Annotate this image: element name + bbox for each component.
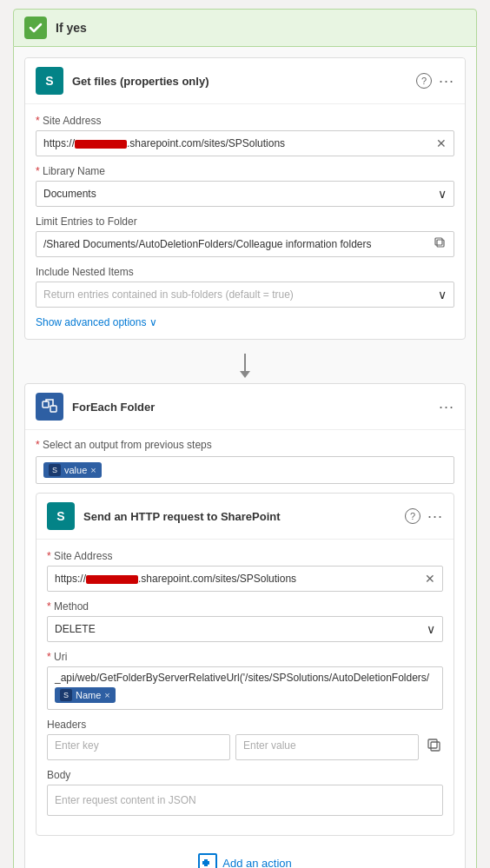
get-files-title: Get files (properties only)	[72, 75, 416, 88]
foreach-folder-card: ForEach Folder ··· * Select an output fr…	[24, 383, 466, 868]
http-headers-copy-icon[interactable]	[427, 739, 443, 757]
svg-rect-0	[437, 240, 444, 247]
http-headers-field: Headers Enter key Enter value	[47, 719, 443, 760]
http-headers-key-input[interactable]: Enter key	[47, 734, 230, 760]
library-name-label: * Library Name	[36, 165, 454, 177]
http-uri-name-tag: S Name ×	[55, 687, 116, 703]
svg-rect-2	[43, 401, 49, 407]
add-action-inner-icon	[198, 853, 217, 868]
arrow-head	[240, 371, 250, 378]
http-site-address-value: https://.sharepoint.com/sites/SPSolution…	[55, 573, 421, 585]
if-yes-body: S Get files (properties only) ? ··· * Si	[13, 47, 477, 868]
http-headers-row: Enter key Enter value	[47, 734, 443, 760]
if-yes-check-icon	[24, 17, 47, 39]
svg-rect-7	[202, 861, 209, 865]
http-site-address-label: * Site Address	[47, 550, 443, 562]
add-action-inner-label: Add an action	[222, 857, 292, 869]
foreach-tag-input[interactable]: S value ×	[36, 456, 454, 484]
site-address-clear-icon[interactable]: ✕	[436, 136, 447, 150]
arrow-connector	[24, 348, 466, 383]
include-nested-dropdown-icon[interactable]: ∨	[438, 288, 447, 301]
foreach-title: ForEach Folder	[72, 401, 439, 414]
svg-rect-5	[428, 739, 437, 748]
http-uri-name-tag-close[interactable]: ×	[104, 690, 109, 700]
limit-entries-input[interactable]: /Shared Documents/AutoDeletionFolders/Co…	[36, 231, 454, 257]
get-files-actions: ? ···	[416, 73, 454, 89]
http-site-address-clear-icon[interactable]: ✕	[425, 572, 435, 586]
http-body-input[interactable]: Enter request content in JSON	[47, 785, 443, 816]
http-method-value: DELETE	[55, 623, 423, 635]
send-http-help-icon[interactable]: ?	[405, 508, 420, 524]
svg-rect-3	[50, 406, 56, 412]
get-files-card-body: * Site Address https://.sharepoint.com/s…	[25, 104, 465, 339]
get-files-dots-button[interactable]: ···	[439, 73, 454, 89]
http-body-placeholder: Enter request content in JSON	[55, 794, 196, 806]
send-http-actions: ? ···	[405, 508, 443, 524]
include-nested-field: Include Nested Items Return entries cont…	[36, 266, 454, 308]
limit-entries-value: /Shared Documents/AutoDeletionFolders/Co…	[43, 238, 431, 250]
get-files-card: S Get files (properties only) ? ··· * Si	[24, 57, 466, 340]
send-http-dots-button[interactable]: ···	[427, 508, 443, 524]
library-name-value: Documents	[43, 188, 434, 200]
foreach-icon	[36, 393, 63, 421]
site-address-input[interactable]: https://.sharepoint.com/sites/SPSolution…	[36, 130, 454, 156]
http-site-address-input[interactable]: https://.sharepoint.com/sites/SPSolution…	[47, 566, 443, 592]
foreach-value-tag-icon: S	[49, 464, 61, 476]
limit-entries-field: Limit Entries to Folder /Shared Document…	[36, 215, 454, 257]
http-method-label: * Method	[47, 600, 443, 613]
site-address-label: * Site Address	[36, 115, 454, 127]
library-name-input[interactable]: Documents ∨	[36, 181, 454, 207]
foreach-body: * Select an output from previous steps S…	[25, 430, 465, 868]
http-uri-label: * Uri	[47, 651, 443, 663]
get-files-icon: S	[36, 67, 63, 95]
send-http-title: Send an HTTP request to SharePoint	[83, 510, 405, 523]
include-nested-placeholder: Return entries contained in sub-folders …	[43, 288, 434, 301]
foreach-dots-button[interactable]: ···	[439, 399, 454, 414]
include-nested-input[interactable]: Return entries contained in sub-folders …	[36, 282, 454, 308]
foreach-header: ForEach Folder ···	[25, 384, 465, 430]
svg-rect-4	[431, 742, 440, 751]
http-uri-field: * Uri _api/web/GetFolderByServerRelative…	[47, 651, 443, 710]
get-files-help-icon[interactable]: ?	[416, 73, 432, 89]
send-http-body: * Site Address https://.sharepoint.com/s…	[36, 540, 454, 835]
get-files-card-header: S Get files (properties only) ? ···	[25, 58, 465, 104]
show-advanced-chevron-icon: ∨	[149, 316, 157, 328]
send-http-card: S Send an HTTP request to SharePoint ? ·…	[36, 493, 454, 836]
arrow-line	[244, 354, 246, 371]
send-http-header: S Send an HTTP request to SharePoint ? ·…	[36, 494, 454, 540]
http-method-dropdown-icon[interactable]: ∨	[427, 622, 435, 636]
if-yes-label: If yes	[56, 21, 87, 35]
foreach-value-tag: S value ×	[43, 462, 102, 478]
svg-rect-1	[435, 238, 442, 245]
library-name-dropdown-icon[interactable]: ∨	[438, 187, 447, 201]
add-action-inner-button[interactable]: Add an action	[36, 846, 454, 868]
http-headers-label: Headers	[47, 719, 443, 731]
site-address-field: * Site Address https://.sharepoint.com/s…	[36, 115, 454, 156]
http-body-field: Body Enter request content in JSON	[47, 769, 443, 816]
http-body-label: Body	[47, 769, 443, 781]
http-method-input[interactable]: DELETE ∨	[47, 616, 443, 642]
foreach-select-label: * Select an output from previous steps	[36, 439, 454, 451]
http-uri-input[interactable]: _api/web/GetFolderByServerRelativeUrl('/…	[47, 666, 443, 710]
show-advanced-options[interactable]: Show advanced options ∨	[36, 316, 454, 328]
if-yes-header: If yes	[13, 9, 477, 47]
http-site-address-field: * Site Address https://.sharepoint.com/s…	[47, 550, 443, 592]
http-uri-name-tag-icon: S	[60, 689, 72, 701]
limit-entries-label: Limit Entries to Folder	[36, 215, 454, 228]
http-uri-text: _api/web/GetFolderByServerRelativeUrl('/…	[55, 672, 435, 684]
send-http-icon: S	[47, 502, 75, 530]
http-method-field: * Method DELETE ∨	[47, 600, 443, 642]
foreach-value-tag-close[interactable]: ×	[90, 465, 96, 475]
library-name-field: * Library Name Documents ∨	[36, 165, 454, 207]
include-nested-label: Include Nested Items	[36, 266, 454, 278]
http-headers-value-input[interactable]: Enter value	[235, 734, 419, 760]
limit-entries-copy-icon[interactable]	[434, 237, 447, 252]
site-address-value: https://.sharepoint.com/sites/SPSolution…	[43, 137, 433, 149]
